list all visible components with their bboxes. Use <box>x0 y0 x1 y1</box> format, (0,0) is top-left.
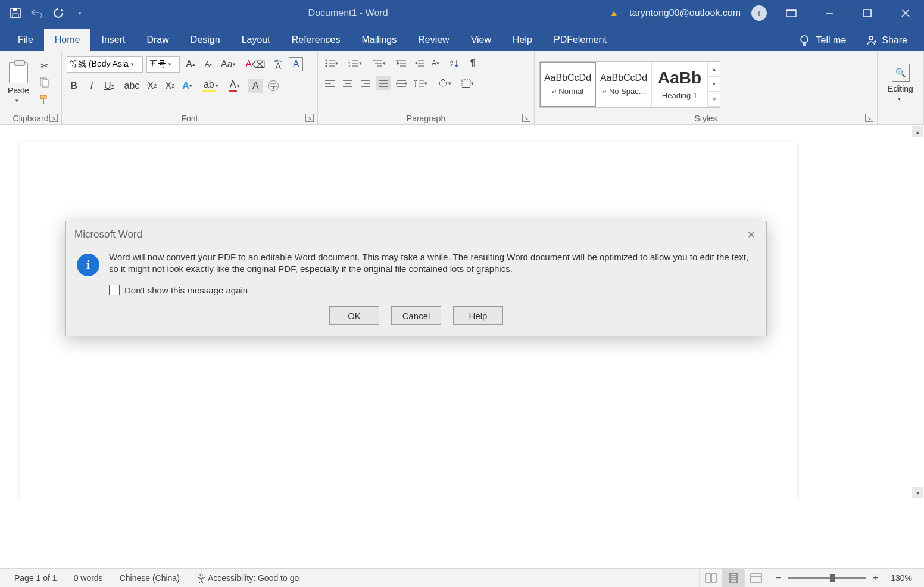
tab-layout[interactable]: Layout <box>231 29 281 51</box>
tab-review[interactable]: Review <box>407 29 460 51</box>
format-painter-icon[interactable] <box>37 92 51 107</box>
tell-me[interactable]: Tell me <box>789 35 856 51</box>
tab-view[interactable]: View <box>460 29 502 51</box>
share-button[interactable]: Share <box>856 35 917 51</box>
copy-icon[interactable] <box>37 76 51 90</box>
ok-button[interactable]: OK <box>329 306 379 325</box>
char-border-icon[interactable]: A <box>289 57 303 71</box>
svg-rect-2 <box>13 14 18 17</box>
zoom-in-icon[interactable]: + <box>870 573 881 583</box>
style-normal[interactable]: AaBbCcDd ↵ Normal <box>540 62 596 107</box>
group-clipboard: Paste ▾ ✂ Clipboard ↘ <box>0 51 62 124</box>
clipboard-launcher-icon[interactable]: ↘ <box>49 114 58 122</box>
styles-launcher-icon[interactable]: ↘ <box>865 114 873 122</box>
justify-icon[interactable] <box>376 76 391 90</box>
cut-icon[interactable]: ✂ <box>37 59 51 73</box>
text-effects-icon[interactable]: A▾ <box>180 79 197 93</box>
enclosed-char-icon[interactable]: 字 <box>266 79 280 93</box>
tab-references[interactable]: References <box>281 29 351 51</box>
superscript-icon[interactable]: X2 <box>163 79 177 93</box>
status-language[interactable]: Chinese (China) <box>111 573 188 583</box>
align-left-icon[interactable] <box>323 76 337 90</box>
web-layout-icon[interactable] <box>744 569 767 588</box>
multilevel-icon[interactable]: ▾ <box>370 56 391 70</box>
scroll-down-icon[interactable]: ▾ <box>912 487 923 498</box>
phonetic-guide-icon[interactable]: abcA <box>271 57 285 71</box>
zoom-slider[interactable] <box>788 577 866 579</box>
zoom-level[interactable]: 130% <box>886 573 912 583</box>
line-spacing-icon[interactable]: ▾ <box>412 76 432 90</box>
undo-icon[interactable] <box>30 6 44 20</box>
increase-indent-icon[interactable] <box>412 56 426 70</box>
paragraph-launcher-icon[interactable]: ↘ <box>522 114 530 122</box>
scroll-up-icon[interactable]: ▴ <box>912 126 923 137</box>
tab-home[interactable]: Home <box>44 29 91 51</box>
save-icon[interactable] <box>8 6 23 20</box>
tab-file[interactable]: File <box>7 29 44 51</box>
bullets-icon[interactable]: ▾ <box>323 56 343 70</box>
status-words[interactable]: 0 words <box>65 573 111 583</box>
strikethrough-icon[interactable]: abc <box>123 79 142 93</box>
styles-expand-icon[interactable]: ▿ <box>708 92 720 107</box>
user-email[interactable]: taryntong00@outlook.com <box>629 8 741 18</box>
redo-icon[interactable] <box>51 6 65 20</box>
status-page[interactable]: Page 1 of 1 <box>6 573 65 583</box>
user-avatar[interactable]: T <box>751 5 767 21</box>
font-color-icon[interactable]: A▾ <box>227 79 245 93</box>
tab-design[interactable]: Design <box>180 29 231 51</box>
tab-insert[interactable]: Insert <box>90 29 136 51</box>
maximize-icon[interactable] <box>854 0 881 26</box>
lightbulb-icon <box>798 35 810 46</box>
subscript-icon[interactable]: X2 <box>145 79 159 93</box>
paste-button[interactable]: Paste ▾ <box>5 60 32 106</box>
ribbon-tabs: File Home Insert Draw Design Layout Refe… <box>0 26 924 51</box>
read-mode-icon[interactable] <box>699 569 722 588</box>
style-no-spacing[interactable]: AaBbCcDd ↵ No Spac... <box>596 62 652 107</box>
align-right-icon[interactable] <box>358 76 373 90</box>
font-family-combo[interactable]: 等线 (Body Asia▾ <box>67 56 143 73</box>
font-launcher-icon[interactable]: ↘ <box>305 114 314 122</box>
bold-icon[interactable]: B <box>67 79 81 93</box>
underline-icon[interactable]: U▾ <box>102 79 119 93</box>
decrease-indent-icon[interactable] <box>394 56 408 70</box>
tab-help[interactable]: Help <box>502 29 543 51</box>
tab-draw[interactable]: Draw <box>136 29 179 51</box>
italic-icon[interactable]: I <box>85 79 99 93</box>
tab-mailings[interactable]: Mailings <box>351 29 408 51</box>
change-case-icon[interactable]: Aa▾ <box>219 57 241 71</box>
sort-icon[interactable]: AZ <box>448 56 462 70</box>
align-center-icon[interactable] <box>341 76 355 90</box>
shrink-font-icon[interactable]: A▾ <box>201 57 216 71</box>
dialog-message: Word will now convert your PDF to an edi… <box>109 251 756 276</box>
asian-layout-icon[interactable]: A▾ <box>430 56 444 70</box>
ribbon-display-icon[interactable] <box>778 0 805 26</box>
group-label-paragraph: Paragraph <box>323 111 529 124</box>
help-button[interactable]: Help <box>453 306 503 325</box>
minimize-icon[interactable] <box>816 0 843 26</box>
show-marks-icon[interactable]: ¶ <box>466 56 480 70</box>
borders-icon[interactable]: ▾ <box>460 76 479 90</box>
dialog-close-icon[interactable]: ✕ <box>744 227 758 242</box>
print-layout-icon[interactable] <box>722 569 744 588</box>
dont-show-checkbox[interactable] <box>109 285 120 295</box>
tab-pdfelement[interactable]: PDFelement <box>543 29 617 51</box>
numbering-icon[interactable]: 123▾ <box>346 56 367 70</box>
grow-font-icon[interactable]: A▴ <box>183 57 198 71</box>
styles-scroll-down-icon[interactable]: ▾ <box>708 77 720 92</box>
distributed-icon[interactable] <box>394 76 408 90</box>
clear-format-icon[interactable]: A⌫ <box>244 57 268 71</box>
cancel-button[interactable]: Cancel <box>391 306 441 325</box>
status-accessibility[interactable]: Accessibility: Good to go <box>188 573 307 583</box>
editing-button[interactable]: 🔍 Editing ▾ <box>887 61 914 104</box>
styles-scroll-up-icon[interactable]: ▴ <box>708 62 720 77</box>
char-shading-icon[interactable]: A <box>248 79 263 93</box>
styles-gallery: AaBbCcDd ↵ Normal AaBbCcDd ↵ No Spac... … <box>539 61 720 108</box>
qat-dropdown-icon[interactable]: ▾ <box>73 6 87 20</box>
zoom-out-icon[interactable]: − <box>773 573 783 583</box>
warning-icon[interactable]: ▲ <box>609 8 619 18</box>
highlight-icon[interactable]: ab▾ <box>201 79 223 93</box>
close-icon[interactable] <box>892 0 919 26</box>
font-size-combo[interactable]: 五号▾ <box>146 56 180 73</box>
shading-icon[interactable]: ▾ <box>436 76 456 90</box>
style-heading1[interactable]: AaBb Heading 1 <box>652 62 708 107</box>
